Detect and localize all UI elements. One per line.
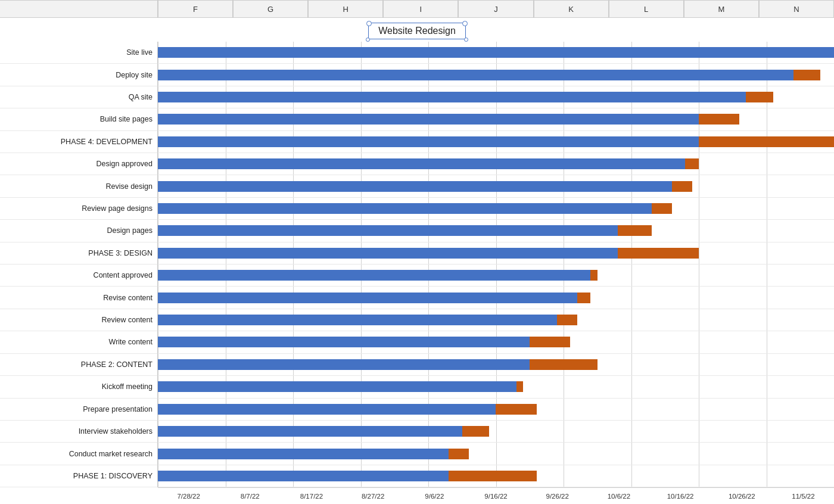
bar-row-9 — [158, 242, 834, 265]
col-header-M: M — [684, 1, 759, 17]
bar-row-15 — [158, 376, 834, 398]
labels-column: Site liveDeploy siteQA siteBuild site pa… — [0, 42, 158, 487]
bar-orange-13 — [530, 337, 570, 347]
col-header-I: I — [383, 1, 458, 17]
bar-row-4 — [158, 131, 834, 153]
bar-blue-19 — [158, 471, 449, 481]
row-label-15: Kickoff meeting — [0, 376, 157, 398]
x-label-3: 8/27/22 — [343, 488, 404, 504]
row-label-0: Site live — [0, 42, 157, 64]
row-label-9: PHASE 3: DESIGN — [0, 242, 157, 265]
bar-orange-14 — [530, 359, 597, 370]
bar-blue-18 — [158, 449, 449, 459]
row-label-16: Prepare presentation — [0, 399, 157, 421]
bar-wrapper-17 — [158, 426, 489, 437]
bar-blue-6 — [158, 181, 672, 192]
bar-blue-13 — [158, 337, 530, 347]
bar-orange-8 — [618, 225, 652, 236]
bar-orange-17 — [462, 426, 489, 437]
bar-blue-0 — [158, 47, 834, 58]
bar-blue-12 — [158, 315, 557, 325]
x-axis: 7/28/228/7/228/17/228/27/229/6/229/16/22… — [158, 487, 834, 504]
col-header-G: G — [233, 1, 308, 17]
bar-wrapper-2 — [158, 92, 773, 102]
bar-orange-2 — [746, 92, 773, 102]
col-header-H: H — [308, 1, 383, 17]
bar-wrapper-15 — [158, 381, 523, 392]
bar-orange-19 — [449, 471, 537, 481]
bar-row-13 — [158, 331, 834, 353]
chart-title-wrapper[interactable]: Website Redesign — [368, 23, 466, 39]
bar-wrapper-0 — [158, 47, 834, 58]
bar-orange-12 — [557, 315, 577, 325]
bar-wrapper-6 — [158, 181, 692, 192]
bar-blue-8 — [158, 225, 618, 236]
bar-row-1 — [158, 64, 834, 86]
bar-wrapper-18 — [158, 449, 469, 459]
bar-row-17 — [158, 421, 834, 443]
x-label-4: 9/6/22 — [404, 488, 465, 504]
bar-blue-9 — [158, 248, 618, 259]
row-label-2: QA site — [0, 86, 157, 108]
bar-row-16 — [158, 399, 834, 421]
row-label-11: Revise content — [0, 287, 157, 309]
bar-orange-6 — [672, 181, 692, 192]
bar-wrapper-12 — [158, 315, 577, 325]
bar-row-7 — [158, 198, 834, 220]
bar-orange-11 — [577, 293, 591, 303]
bar-blue-10 — [158, 270, 590, 281]
row-label-17: Interview stakeholders — [0, 421, 157, 443]
bar-wrapper-10 — [158, 270, 598, 281]
bar-orange-9 — [618, 248, 699, 259]
bar-wrapper-13 — [158, 337, 570, 347]
bar-orange-1 — [793, 70, 820, 80]
bar-wrapper-8 — [158, 225, 652, 236]
row-label-4: PHASE 4: DEVELOPMENT — [0, 131, 157, 153]
bar-orange-3 — [699, 114, 739, 125]
row-label-19: PHASE 1: DISCOVERY — [0, 465, 157, 487]
bar-wrapper-14 — [158, 359, 598, 370]
row-label-8: Design pages — [0, 220, 157, 242]
x-label-5: 9/16/22 — [465, 488, 527, 504]
bar-orange-4 — [699, 136, 834, 147]
row-label-14: PHASE 2: CONTENT — [0, 354, 157, 376]
bar-orange-10 — [590, 270, 597, 281]
bar-blue-15 — [158, 381, 516, 392]
x-label-2: 8/17/22 — [281, 488, 342, 504]
title-handle-br — [464, 38, 468, 42]
bar-blue-3 — [158, 114, 699, 125]
bar-blue-1 — [158, 70, 793, 80]
row-label-5: Design approved — [0, 153, 157, 175]
title-area: Website Redesign — [0, 18, 834, 42]
bar-row-6 — [158, 175, 834, 197]
row-label-1: Deploy site — [0, 64, 157, 86]
x-label-9: 10/26/22 — [711, 488, 773, 504]
bar-wrapper-11 — [158, 293, 590, 303]
bar-blue-7 — [158, 203, 652, 214]
bar-wrapper-19 — [158, 471, 537, 481]
bar-orange-16 — [496, 404, 536, 415]
row-label-18: Conduct market research — [0, 443, 157, 465]
bar-wrapper-3 — [158, 114, 739, 125]
bar-wrapper-9 — [158, 248, 699, 259]
col-header-N: N — [759, 1, 834, 17]
row-label-12: Review content — [0, 309, 157, 331]
bars-area — [158, 42, 834, 487]
bar-row-5 — [158, 153, 834, 175]
bar-row-19 — [158, 465, 834, 487]
col-header-F: F — [158, 1, 233, 17]
col-header-K: K — [534, 1, 609, 17]
bar-row-2 — [158, 86, 834, 108]
row-label-3: Build site pages — [0, 108, 157, 130]
bar-blue-17 — [158, 426, 462, 437]
x-label-1: 8/7/22 — [219, 488, 281, 504]
bar-row-3 — [158, 108, 834, 130]
x-label-8: 10/16/22 — [650, 488, 711, 504]
bar-orange-18 — [449, 449, 469, 459]
bar-row-12 — [158, 309, 834, 331]
col-header-J: J — [458, 1, 533, 17]
bar-wrapper-5 — [158, 158, 699, 169]
bar-wrapper-4 — [158, 136, 834, 147]
bar-wrapper-16 — [158, 404, 537, 415]
x-label-0: 7/28/22 — [158, 488, 219, 504]
